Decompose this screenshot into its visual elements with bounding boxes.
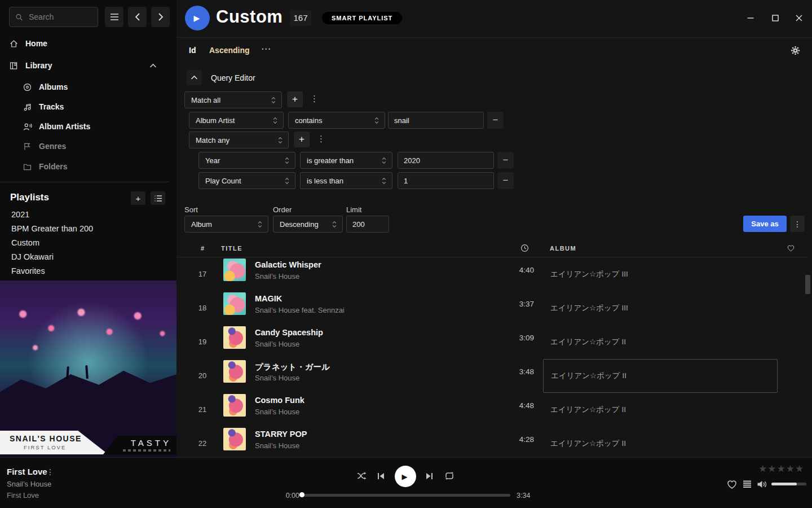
volume-icon[interactable] [756,479,767,489]
sidebar-item-tracks[interactable]: Tracks [23,101,64,112]
table-row[interactable]: 22 STARRY POP Snail’s House 4:28 エイリアン☆ポ… [176,427,812,457]
table-row[interactable]: 18 MAGIK Snail’s House feat. Sennzai 3:3… [176,291,812,325]
favorite-heart-icon[interactable] [726,479,738,489]
track-title: Candy Spaceship [255,328,323,337]
table-row[interactable]: 21 Cosmo Funk Snail’s House 4:48 エイリアン☆ポ… [176,393,812,427]
query-editor-collapse-button[interactable] [187,70,202,85]
window-minimize-button[interactable] [742,10,759,27]
forward-button[interactable] [151,7,170,27]
sub-label: Tracks [39,102,64,111]
volume-slider[interactable] [771,483,806,485]
playlist-item[interactable]: DJ Okawari [11,252,164,262]
order-select[interactable]: Descending [273,216,343,233]
limit-input[interactable] [346,216,389,233]
now-playing-artwork: SNAIL'S HOUSE FIRST LOVE TASTY [0,281,176,457]
save-options-button[interactable]: ⋮ [790,216,805,232]
track-duration: 3:48 [486,367,534,376]
add-playlist-button[interactable]: + [131,191,145,205]
scrollbar-thumb[interactable] [805,275,810,294]
plus-icon: + [299,134,304,145]
rule3-value-input[interactable] [398,172,494,189]
rule2-field-select[interactable]: Year [198,152,295,169]
table-row[interactable]: 17 Galactic Whisper Snail’s House 4:40 エ… [176,257,812,291]
sidebar-item-genres[interactable]: Genres [23,141,66,152]
artwork-title: FIRST LOVE [24,444,66,450]
playlist-item[interactable]: 2021 [11,210,164,220]
menu-button[interactable] [105,7,123,27]
add-rule-button-group1[interactable]: + [287,91,303,107]
previous-track-icon[interactable] [377,472,386,480]
star-icon[interactable]: ★ [795,463,804,474]
column-album[interactable]: ALBUM [550,245,576,252]
column-title[interactable]: TITLE [221,245,242,252]
match-type-select-group1[interactable]: Match all [184,91,282,108]
track-count-badge: 167 [290,10,311,26]
next-track-icon[interactable] [425,472,434,480]
track-album-focused[interactable]: エイリアン☆ポップ II [543,359,778,393]
star-icon[interactable]: ★ [786,463,795,474]
rule3-operator-select[interactable]: is less than [300,172,392,189]
play-playlist-button[interactable]: ▶ [185,6,210,30]
sub-label: Albums [39,82,68,91]
divider [0,182,169,182]
play-pause-button[interactable]: ▶ [395,466,416,487]
window-close-button[interactable] [791,10,807,27]
dots-horizontal-icon: ⋯ [261,43,271,54]
now-playing-menu-button[interactable]: ⋮ [46,467,54,476]
home-icon [9,39,19,49]
favorite-heart-icon[interactable] [787,244,795,252]
table-row[interactable]: 20 プラネット・ガール Snail’s House 3:48 エイリアン☆ポッ… [176,359,812,393]
repeat-icon[interactable] [444,471,455,481]
playlist-item[interactable]: Favorites [11,266,164,277]
remove-rule2-button[interactable]: − [497,152,514,169]
plus-icon: + [136,194,141,203]
search-input[interactable] [28,12,92,22]
add-rule-button-group2[interactable]: + [294,132,310,147]
window-maximize-button[interactable] [767,10,784,27]
sidebar-item-library[interactable]: Library [9,60,167,71]
rule1-value-input[interactable] [388,112,484,129]
sidebar-item-albums[interactable]: Albums [23,81,68,93]
rating-stars[interactable]: ★★★★★ [758,463,804,475]
settings-gear-icon[interactable] [790,45,801,56]
group1-menu-button[interactable]: ⋮ [310,94,319,103]
queue-icon[interactable] [743,480,752,488]
rule1-field-select[interactable]: Album Artist [189,112,284,129]
save-as-button[interactable]: Save as [743,216,787,232]
rule2-value-input[interactable] [398,152,494,169]
select-value: Album Artist [196,116,235,125]
sort-select[interactable]: Album [184,216,268,233]
remove-rule3-button[interactable]: − [497,172,514,189]
rule3-field-select[interactable]: Play Count [198,172,295,189]
sidebar-item-folders[interactable]: Folders [23,161,68,172]
star-icon[interactable]: ★ [767,463,776,474]
now-playing-album: First Love [7,491,39,500]
sort-field-button[interactable]: Id [189,46,196,55]
duration-clock-icon[interactable] [520,244,529,252]
playlist-item-selected[interactable]: Custom [11,238,164,248]
seek-bar[interactable] [302,494,510,497]
star-icon[interactable]: ★ [758,463,767,474]
toolbar-more-button[interactable]: ⋯ [261,43,271,55]
minus-icon: − [503,155,509,166]
playlist-item[interactable]: BPM Greater than 200 [11,224,164,234]
playlist-options-button[interactable] [151,191,165,205]
rule2-operator-select[interactable]: is greater than [300,152,392,169]
table-row[interactable]: 19 Candy Spaceship Snail’s House 3:09 エイ… [176,325,812,359]
main-content: ▶ Custom 167 SMART PLAYLIST Id Ascending… [176,0,812,457]
track-album: エイリアン☆ポップ II [543,325,778,359]
remove-rule1-button[interactable]: − [487,112,504,129]
sidebar-item-home[interactable]: Home [9,38,167,49]
rule1-operator-select[interactable]: contains [288,112,385,129]
sort-direction-button[interactable]: Ascending [209,46,250,55]
sidebar-item-album-artists[interactable]: Album Artists [23,121,90,132]
hamburger-icon [110,13,119,21]
back-button[interactable] [128,7,147,27]
star-icon[interactable]: ★ [777,463,786,474]
match-type-select-group2[interactable]: Match any [189,132,289,148]
select-value: is less than [307,177,343,185]
group2-menu-button[interactable]: ⋮ [317,134,325,143]
column-number[interactable]: # [201,245,205,252]
seek-handle[interactable] [299,492,304,497]
shuffle-icon[interactable] [356,471,368,481]
